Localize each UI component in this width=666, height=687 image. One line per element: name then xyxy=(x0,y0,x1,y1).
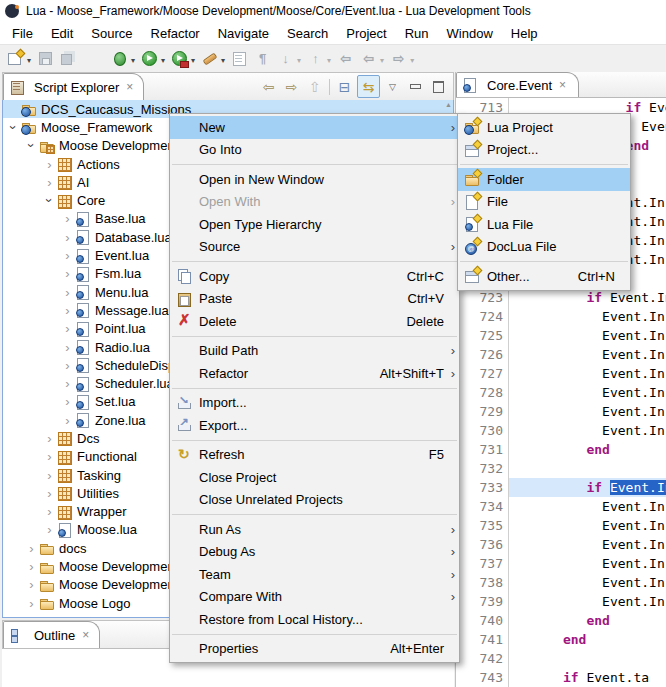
menu-item-debug-as[interactable]: Debug As xyxy=(170,541,459,564)
code-line[interactable]: 739 Event.In xyxy=(456,592,666,611)
tab-core-event[interactable]: Core.Event xyxy=(456,72,579,97)
menu-item-open-type-hierarchy[interactable]: Open Type Hierarchy xyxy=(170,213,459,236)
menu-item-close-project[interactable]: Close Project xyxy=(170,466,459,489)
close-icon[interactable] xyxy=(82,628,89,642)
back-button[interactable]: ⇦ xyxy=(358,47,386,69)
last-edit-location-button[interactable]: ⇦ xyxy=(335,47,356,69)
expander-closed-icon[interactable] xyxy=(60,322,75,335)
menu-item-copy[interactable]: CopyCtrl+C xyxy=(170,265,459,288)
expander-closed-icon[interactable] xyxy=(42,176,57,189)
menu-item-export[interactable]: Export... xyxy=(170,414,459,437)
menu-item-import[interactable]: Import... xyxy=(170,392,459,415)
chevron-down-icon[interactable] xyxy=(221,51,225,66)
line-number[interactable]: 728 xyxy=(466,383,509,402)
expander-closed-icon[interactable] xyxy=(42,469,57,482)
expander-closed-icon[interactable] xyxy=(60,377,75,390)
menu-item-close-unrelated-projects[interactable]: Close Unrelated Projects xyxy=(170,489,459,512)
code-line[interactable]: 733 if Event.Ini xyxy=(456,478,666,497)
expander-closed-icon[interactable] xyxy=(24,597,39,610)
menu-item-lua-project[interactable]: Lua Project xyxy=(458,116,630,139)
expander-open-icon[interactable] xyxy=(43,193,56,208)
menu-item-refresh[interactable]: RefreshF5 xyxy=(170,444,459,467)
save-all-button[interactable] xyxy=(58,47,79,69)
code-line[interactable]: 729 Event.In xyxy=(456,402,666,421)
new-wizard-button[interactable] xyxy=(5,47,33,69)
expander-open-icon[interactable] xyxy=(25,138,38,153)
expander-closed-icon[interactable] xyxy=(24,578,39,591)
expander-closed-icon[interactable] xyxy=(60,249,75,262)
line-number[interactable]: 733 xyxy=(466,478,509,497)
expander-closed-icon[interactable] xyxy=(42,487,57,500)
forward-button[interactable]: ⇨ xyxy=(388,47,416,69)
show-whitespace-button[interactable]: ¶ xyxy=(252,47,273,69)
scrollbar-up-icon[interactable] xyxy=(445,101,452,108)
chevron-down-icon[interactable] xyxy=(327,51,331,66)
chevron-down-icon[interactable] xyxy=(161,51,165,66)
maximize-icon[interactable] xyxy=(428,76,449,97)
line-number[interactable]: 729 xyxy=(466,402,509,421)
line-number[interactable]: 737 xyxy=(466,554,509,573)
tab-script-explorer[interactable]: Script Explorer xyxy=(3,73,144,100)
next-annotation-button[interactable]: ↓ xyxy=(275,47,303,69)
chevron-down-icon[interactable] xyxy=(131,51,135,66)
line-number[interactable]: 743 xyxy=(466,668,509,687)
line-number[interactable]: 736 xyxy=(466,535,509,554)
expander-closed-icon[interactable] xyxy=(42,158,57,171)
menu-run[interactable]: Run xyxy=(396,24,438,43)
menu-item-build-path[interactable]: Build Path xyxy=(170,340,459,363)
menu-item-doclua-file[interactable]: @DocLua File xyxy=(458,236,630,259)
menu-item-other[interactable]: Other...Ctrl+N xyxy=(458,265,630,288)
menu-item-open-in-new-window[interactable]: Open in New Window xyxy=(170,168,459,191)
menu-item-new[interactable]: New xyxy=(170,116,459,139)
line-number[interactable]: 741 xyxy=(466,630,509,649)
chevron-down-icon[interactable] xyxy=(191,51,195,66)
menu-item-project[interactable]: Project... xyxy=(458,139,630,162)
code-line[interactable]: 734 Event.In xyxy=(456,497,666,516)
line-number[interactable]: 723 xyxy=(466,288,509,307)
menu-item-refactor[interactable]: RefactorAlt+Shift+T xyxy=(170,362,459,385)
expander-closed-icon[interactable] xyxy=(42,432,57,445)
annotation-ruler[interactable] xyxy=(456,668,466,687)
menu-help[interactable]: Help xyxy=(502,24,547,43)
code-line[interactable]: 742 xyxy=(456,649,666,668)
chevron-down-icon[interactable] xyxy=(27,51,31,66)
line-number[interactable]: 740 xyxy=(466,611,509,630)
code-line[interactable]: 724 Event.In xyxy=(456,307,666,326)
close-icon[interactable] xyxy=(126,80,133,94)
expander-closed-icon[interactable] xyxy=(60,286,75,299)
expander-closed-icon[interactable] xyxy=(60,414,75,427)
line-number[interactable]: 739 xyxy=(466,592,509,611)
save-button[interactable] xyxy=(35,47,56,69)
expander-closed-icon[interactable] xyxy=(60,231,75,244)
menu-item-restore-from-local-history[interactable]: Restore from Local History... xyxy=(170,608,459,631)
run-history-button[interactable] xyxy=(169,47,197,69)
line-number[interactable]: 742 xyxy=(466,649,509,668)
expander-closed-icon[interactable] xyxy=(42,505,57,518)
line-number[interactable]: 738 xyxy=(466,573,509,592)
line-number[interactable]: 730 xyxy=(466,421,509,440)
menu-source[interactable]: Source xyxy=(82,24,141,43)
code-line[interactable]: 732 xyxy=(456,459,666,478)
menu-item-run-as[interactable]: Run As xyxy=(170,518,459,541)
code-line[interactable]: 723 if Event.In xyxy=(456,288,666,307)
line-number[interactable]: 735 xyxy=(466,516,509,535)
line-number[interactable]: 724 xyxy=(466,307,509,326)
minimize-icon[interactable] xyxy=(405,76,426,97)
menu-file[interactable]: File xyxy=(3,24,42,43)
debug-button[interactable] xyxy=(109,47,137,69)
menu-refactor[interactable]: Refactor xyxy=(142,24,209,43)
code-line[interactable]: 738 Event.In xyxy=(456,573,666,592)
chevron-down-icon[interactable] xyxy=(410,51,414,66)
back-icon[interactable]: ⇦ xyxy=(258,76,279,97)
expander-closed-icon[interactable] xyxy=(24,542,39,555)
line-number[interactable]: 734 xyxy=(466,497,509,516)
code-line[interactable]: 728 Event.In xyxy=(456,383,666,402)
menu-navigate[interactable]: Navigate xyxy=(209,24,278,43)
line-number[interactable]: 726 xyxy=(466,345,509,364)
previous-annotation-button[interactable]: ↑ xyxy=(305,47,333,69)
expander-closed-icon[interactable] xyxy=(60,341,75,354)
menu-item-team[interactable]: Team xyxy=(170,563,459,586)
forward-icon[interactable]: ⇨ xyxy=(281,76,302,97)
chevron-down-icon[interactable] xyxy=(297,51,301,66)
code-line[interactable]: 743 if Event.ta xyxy=(456,668,666,687)
